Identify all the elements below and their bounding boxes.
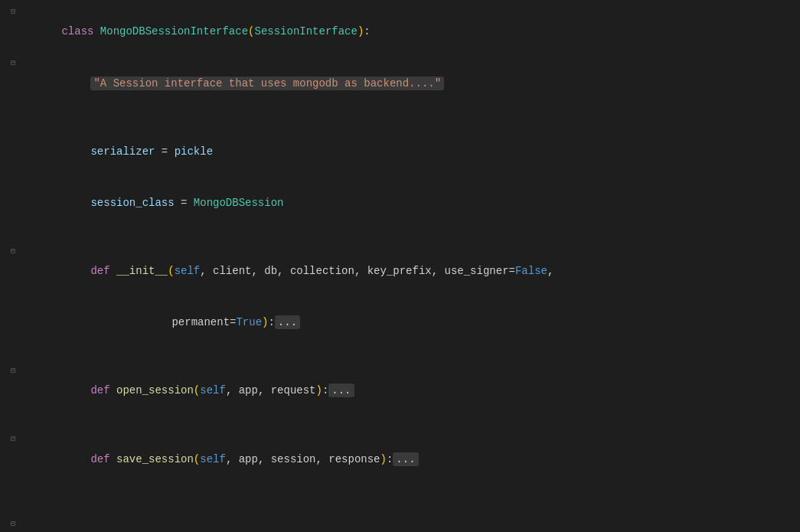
true-val1: True: [236, 316, 262, 328]
code-editor: ⊟ class MongoDBSessionInterface(SessionI…: [0, 0, 800, 532]
code-line-12: ⊟ def save_session(self, app, session, r…: [0, 433, 800, 485]
self-init1: self: [175, 265, 201, 277]
code-line-13: [0, 485, 800, 501]
code-line-2: ⊟ "A Session interface that uses mongodb…: [0, 57, 800, 109]
paren-init1: (: [168, 265, 174, 277]
paren-close2: ): [316, 384, 322, 397]
colon: :: [364, 25, 370, 38]
permanent-label1: permanent=: [171, 316, 236, 328]
code-line-11: [0, 416, 800, 433]
attr-serializer: serializer: [90, 145, 155, 158]
false-val1: False: [515, 265, 547, 277]
paren-save1: (: [194, 453, 200, 465]
fn-save-session-mongodb: save_session: [116, 453, 194, 465]
params-open1: , app, request: [226, 384, 316, 397]
code-line-10: ⊟ def open_session(self, app, request):.…: [0, 365, 800, 416]
val-mongodbsession: MongoDBSession: [194, 197, 284, 209]
colon-init1: :: [268, 316, 274, 328]
paren-close-save1: ): [380, 453, 387, 465]
keyword-def1: def: [90, 265, 116, 277]
code-line-7: ⊟ def __init__(self, client, db, collect…: [0, 246, 800, 297]
params-init1: , client, db, collection, key_prefix, us…: [200, 265, 515, 277]
code-line-1: ⊟ class MongoDBSessionInterface(SessionI…: [0, 6, 800, 57]
code-line-5: session_class = MongoDBSession: [0, 178, 800, 229]
code-line-15: ⊟ class SqlAlchemySessionInterface(Sessi…: [0, 518, 800, 532]
self-open1: self: [200, 384, 226, 397]
comma-init1: ,: [547, 265, 553, 277]
collapsed-open1: ...: [328, 383, 354, 397]
docstring-mongodb: "A Session interface that uses mongodb a…: [90, 77, 444, 90]
val-pickle: pickle: [175, 145, 213, 158]
attr-session-class: session_class: [90, 197, 174, 209]
code-line-14: [0, 501, 800, 518]
code-line-8: permanent=True):...: [0, 297, 800, 348]
fn-open-session-mongodb: open_session: [116, 384, 194, 397]
parent-class: SessionInterface: [254, 25, 357, 38]
fold-icon-15[interactable]: ⊟: [6, 518, 20, 530]
fold-icon-10[interactable]: ⊟: [6, 365, 20, 377]
params-save1: , app, session, response: [226, 453, 380, 465]
code-line-3: [0, 109, 800, 126]
collapsed-save1: ...: [393, 452, 418, 466]
class-name-mongodb: MongoDBSessionInterface: [100, 25, 248, 38]
fold-icon-2[interactable]: ⊟: [6, 57, 20, 70]
collapsed-init1: ...: [275, 315, 300, 329]
fold-icon-1[interactable]: ⊟: [6, 6, 20, 18]
keyword-class: class: [61, 25, 100, 38]
keyword-def3: def: [90, 453, 116, 465]
op-equals: =: [155, 145, 174, 158]
code-line-9: [0, 348, 800, 365]
code-line-6: [0, 229, 800, 246]
fold-icon-12[interactable]: ⊟: [6, 433, 20, 446]
code-line-4: serializer = pickle: [0, 126, 800, 177]
paren-open2: (: [194, 384, 200, 397]
fold-icon-7[interactable]: ⊟: [6, 246, 20, 258]
fn-init-mongodb: __init__: [116, 265, 168, 277]
keyword-def2: def: [90, 384, 116, 397]
op-equals2: =: [175, 197, 194, 209]
self-save1: self: [200, 453, 226, 465]
